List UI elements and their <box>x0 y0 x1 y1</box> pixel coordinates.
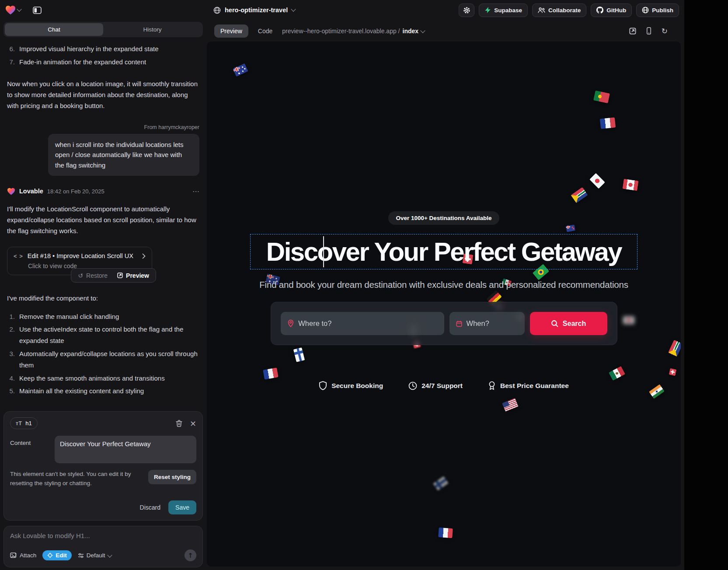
message-menu-button[interactable]: ⋯ <box>192 187 199 196</box>
calendar-icon <box>456 320 462 328</box>
settings-button[interactable] <box>459 3 474 17</box>
hero-title[interactable]: Discover Your Perfect Getaway <box>266 237 621 267</box>
chat-message-input[interactable] <box>10 532 196 539</box>
finland-flag-icon <box>433 476 449 491</box>
sliders-icon <box>78 553 84 558</box>
preview-viewport[interactable]: Over 1000+ Destinations Available Discov… <box>207 42 681 567</box>
list-item: 4. Keep the same smooth animations and t… <box>7 373 199 384</box>
project-name: hero-optimizer-travel <box>225 7 288 14</box>
assistant-name: Lovable <box>19 188 43 195</box>
search-button[interactable]: Search <box>530 312 607 335</box>
styling-note: This element can't be styled. You can ed… <box>10 470 146 488</box>
top-bar: hero-optimizer-travel Supabase <box>0 0 684 20</box>
restore-button[interactable]: ↺ Restore <box>73 272 112 279</box>
canada-flag-icon <box>623 179 639 191</box>
user-message-bubble: when i scroll into the individual locati… <box>48 134 199 176</box>
japan-flag-icon <box>589 173 605 189</box>
search-icon <box>551 320 558 327</box>
typography-icon: тT <box>16 420 22 427</box>
edit-mode-toggle[interactable]: Edit <box>42 550 72 560</box>
attach-button[interactable]: Attach <box>10 552 36 559</box>
map-pin-icon <box>287 319 294 328</box>
where-input[interactable] <box>298 319 437 328</box>
publish-button[interactable]: Publish <box>636 3 679 17</box>
close-icon[interactable]: × <box>190 420 196 427</box>
edit-version-card[interactable]: < > Edit #18 • Improve Location Scroll U… <box>7 247 152 275</box>
refresh-icon[interactable]: ↻ <box>662 27 668 35</box>
preview-url[interactable]: preview--hero-optimizer-travel.lovable.a… <box>282 28 425 35</box>
h1-selection-box[interactable]: Discover Your Perfect Getaway <box>250 234 637 269</box>
when-field[interactable] <box>449 312 525 335</box>
chat-sidebar: Chat History 6. Improved visual hierarch… <box>0 20 206 570</box>
element-content-input[interactable]: Discover Your Perfect Getaway <box>55 436 196 463</box>
restore-icon: ↺ <box>78 272 83 279</box>
collaborate-button[interactable]: Collaborate <box>532 3 586 17</box>
chevron-down-icon <box>107 553 112 557</box>
content-label: Content <box>10 436 49 463</box>
feature-list: Secure Booking 24/7 Support <box>319 381 569 390</box>
chevron-right-icon <box>142 253 146 259</box>
feature-best-price: Best Price Guarantee <box>488 381 569 390</box>
list-item: 5. Maintain all the existing content and… <box>7 385 199 395</box>
model-default-selector[interactable]: Default <box>78 552 111 559</box>
france-flag-icon <box>438 528 453 538</box>
open-in-new-tab-button[interactable] <box>629 28 636 35</box>
chat-composer: Attach Edit Default <box>3 526 203 567</box>
chevron-down-icon <box>420 28 425 33</box>
australia-flag-icon <box>233 63 248 77</box>
element-tag-label: h1 <box>25 420 31 427</box>
chevron-down-icon <box>17 7 21 11</box>
india-flag-icon <box>649 384 665 399</box>
tab-code[interactable]: Code <box>258 28 272 35</box>
project-switcher[interactable]: hero-optimizer-travel <box>213 0 295 20</box>
message-timestamp: 18:42 on Feb 20, 2025 <box>47 188 104 195</box>
list-item: 1. Remove the manual click handling <box>7 311 199 322</box>
japan-flag-icon <box>623 316 634 324</box>
discard-button[interactable]: Discard <box>140 504 160 511</box>
save-button[interactable]: Save <box>168 500 196 514</box>
usa-flag-icon <box>502 398 519 412</box>
where-field[interactable] <box>281 312 444 335</box>
smartphone-icon <box>646 27 651 35</box>
reset-styling-button[interactable]: Reset styling <box>148 470 196 484</box>
switzerland-flag-icon <box>669 368 677 376</box>
toggle-sidebar-button[interactable] <box>30 3 45 17</box>
assistant-paragraph: Now when you click on a location image, … <box>7 78 199 112</box>
assistant-paragraph: I'll modify the LocationScroll component… <box>7 203 199 237</box>
assistant-paragraph: I've modified the component to: <box>7 293 199 304</box>
when-input[interactable] <box>467 319 518 328</box>
message-author-label: From harrymckayroper <box>7 124 199 130</box>
chevron-down-icon <box>291 7 296 11</box>
app-window: hero-optimizer-travel Supabase <box>0 0 684 570</box>
lovable-logo-menu[interactable] <box>5 5 21 15</box>
tab-history[interactable]: History <box>103 23 202 36</box>
supabase-icon <box>484 7 491 14</box>
award-icon <box>488 381 496 390</box>
preview-version-button[interactable]: Preview <box>112 272 154 279</box>
globe-icon <box>213 7 221 14</box>
south-africa-flag-icon <box>668 340 681 357</box>
image-icon <box>10 553 17 559</box>
shield-icon <box>319 381 327 390</box>
github-icon <box>596 7 603 14</box>
globe-icon <box>642 7 649 14</box>
github-button[interactable]: GitHub <box>591 3 632 17</box>
edit-card-title: Edit #18 • Improve Location Scroll UX <box>28 252 138 259</box>
lovable-heart-icon <box>5 5 16 15</box>
tab-preview[interactable]: Preview <box>214 24 248 38</box>
send-button[interactable]: ↑ <box>185 549 196 561</box>
chat-messages[interactable]: 6. Improved visual hierarchy in the expa… <box>0 37 206 395</box>
france-flag-icon <box>600 117 616 129</box>
tab-chat[interactable]: Chat <box>5 23 103 36</box>
supabase-button[interactable]: Supabase <box>479 3 528 17</box>
gear-icon <box>463 7 470 14</box>
feature-secure-booking: Secure Booking <box>319 381 383 390</box>
feature-support: 24/7 Support <box>408 381 463 390</box>
list-item: 7. Fade-in animation for the expanded co… <box>7 56 199 68</box>
preview-frame: Preview Code preview--hero-optimizer-tra… <box>206 20 684 570</box>
element-tag-pill[interactable]: тT h1 <box>10 417 38 429</box>
delete-element-button[interactable] <box>176 420 182 427</box>
sidebar-toggle-icon <box>33 7 42 14</box>
mobile-view-button[interactable] <box>646 27 651 35</box>
sidebar-tabs: Chat History <box>3 22 203 37</box>
